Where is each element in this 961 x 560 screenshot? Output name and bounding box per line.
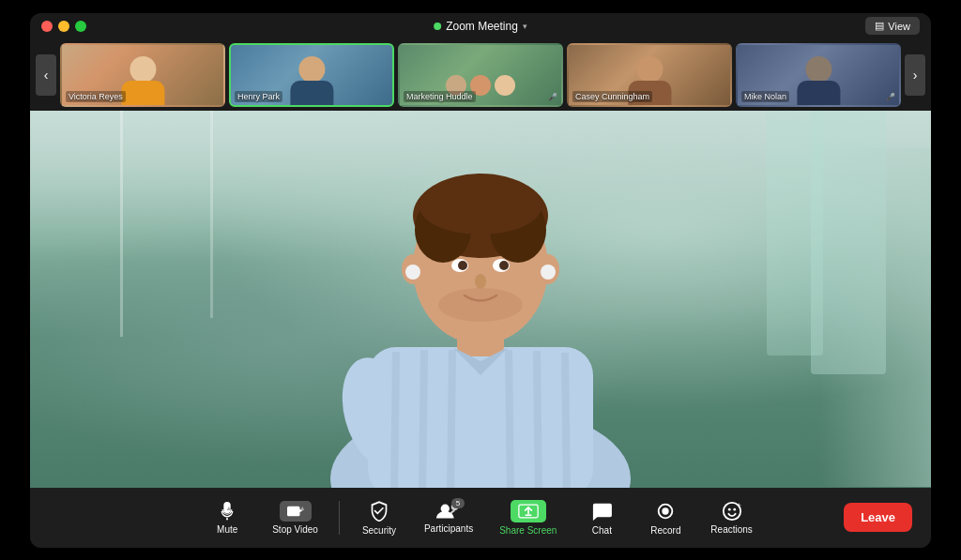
participants-count-badge: 5 — [451, 498, 465, 508]
participant-tile[interactable]: Victoria Reyes — [60, 43, 225, 107]
reactions-label: Reactions — [710, 524, 752, 535]
svg-line-21 — [450, 350, 452, 488]
svg-point-32 — [727, 507, 730, 510]
video-icon-wrap: ▲ — [280, 501, 312, 522]
participant-tile[interactable]: Casey Cunningham — [567, 43, 732, 107]
mute-icon-wrap: ▲ — [217, 501, 237, 522]
svg-point-13 — [438, 288, 523, 322]
toolbar: ▲ Mute ▲ Stop Video — [30, 488, 931, 548]
mic-icon: 🎤 — [548, 93, 557, 102]
strip-next-button[interactable]: › — [905, 54, 925, 96]
participants-label: Participants — [424, 523, 473, 534]
close-button[interactable] — [41, 21, 53, 32]
svg-line-20 — [422, 350, 424, 488]
reactions-button[interactable]: + Reactions — [701, 495, 761, 540]
strip-prev-button[interactable]: ‹ — [36, 54, 56, 96]
chat-icon — [590, 500, 613, 522]
connection-indicator — [434, 23, 441, 30]
mute-button[interactable]: ▲ Mute — [199, 495, 255, 540]
meeting-title[interactable]: Zoom Meeting ▾ — [434, 20, 527, 33]
main-video — [30, 111, 931, 488]
meeting-title-text: Zoom Meeting — [446, 20, 518, 33]
participant-tile[interactable]: Mike Nolan 🎤 — [736, 43, 901, 107]
message-icon — [591, 502, 612, 521]
participant-tile[interactable]: Henry Park — [229, 43, 394, 107]
reactions-icon-wrap: + — [722, 501, 742, 522]
share-screen-label: Share Screen — [499, 525, 557, 536]
svg-point-17 — [541, 265, 556, 280]
minimize-button[interactable] — [58, 21, 69, 32]
video-caret-icon[interactable]: ▲ — [299, 505, 306, 511]
security-label: Security — [362, 525, 396, 536]
svg-point-12 — [475, 274, 486, 289]
title-bar: Zoom Meeting ▾ ▤ View — [30, 13, 931, 39]
svg-line-19 — [394, 352, 396, 488]
svg-line-24 — [565, 353, 567, 488]
record-button[interactable]: Record — [637, 494, 694, 541]
security-icon — [368, 500, 390, 522]
chat-label: Chat — [592, 525, 612, 536]
participants-icon-wrap: 5 — [436, 502, 461, 521]
window-controls — [41, 21, 86, 32]
stop-video-button[interactable]: ▲ Stop Video — [263, 495, 328, 540]
emoji-icon: + — [722, 501, 742, 522]
svg-line-22 — [509, 350, 511, 488]
mute-label: Mute — [217, 524, 237, 535]
record-label: Record — [650, 525, 680, 536]
maximize-button[interactable] — [75, 21, 86, 32]
svg-point-33 — [733, 507, 736, 510]
view-icon: ▤ — [875, 20, 884, 32]
mic-icon: 🎤 — [886, 93, 895, 102]
chat-button[interactable]: Chat — [573, 494, 630, 541]
main-speaker-figure — [293, 111, 668, 488]
svg-point-10 — [458, 261, 467, 270]
participant-name: Victoria Reyes — [66, 91, 126, 102]
svg-text:+: + — [737, 501, 740, 509]
divider — [339, 501, 340, 535]
app-window: Zoom Meeting ▾ ▤ View ‹ Victoria Reyes H… — [30, 13, 931, 548]
record-circle-icon — [655, 501, 676, 522]
security-button[interactable]: Security — [351, 494, 407, 541]
svg-line-23 — [537, 351, 539, 488]
video-icon-bg — [280, 501, 312, 522]
chevron-down-icon: ▾ — [523, 22, 527, 31]
participant-name: Marketing Huddle — [404, 91, 476, 102]
view-button[interactable]: ▤ View — [865, 17, 920, 35]
participant-name: Casey Cunningham — [572, 91, 652, 102]
participant-name: Mike Nolan — [741, 91, 789, 102]
svg-point-11 — [499, 261, 509, 270]
share-screen-icon — [518, 504, 539, 519]
participant-tile[interactable]: Marketing Huddle 🎤 — [398, 43, 563, 107]
svg-point-30 — [663, 507, 669, 514]
participants-button[interactable]: 5 Participants — [415, 496, 482, 539]
shield-icon — [370, 501, 389, 522]
share-screen-button[interactable]: Share Screen — [490, 494, 566, 541]
record-icon — [654, 500, 677, 522]
participant-name: Henry Park — [235, 91, 282, 102]
stop-video-label: Stop Video — [272, 524, 318, 535]
participant-strip: ‹ Victoria Reyes Henry Park Marketing — [30, 39, 931, 111]
svg-point-16 — [405, 265, 420, 280]
svg-point-7 — [419, 178, 542, 235]
leave-button[interactable]: Leave — [844, 503, 912, 532]
mute-caret-icon[interactable]: ▲ — [225, 505, 232, 511]
share-screen-icon-bg — [511, 500, 546, 522]
